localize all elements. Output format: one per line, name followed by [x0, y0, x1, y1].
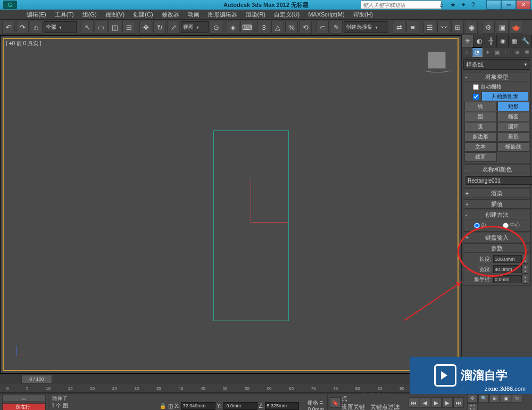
spinner-snap-button[interactable]: ⟲ [299, 21, 312, 34]
width-spinner[interactable]: ▴▾ [522, 265, 528, 274]
tab-modify[interactable]: ◐ [473, 35, 485, 47]
sub-cameras[interactable]: ▣ [493, 47, 503, 57]
length-spinner[interactable]: ▴▾ [522, 255, 528, 264]
goto-start-button[interactable]: ⏮ [409, 397, 419, 408]
rotate-button[interactable]: ↻ [153, 21, 166, 34]
viewport[interactable]: [ +0 前 0 真实 ] [0, 35, 461, 374]
z-input[interactable] [265, 402, 299, 410]
corner-spinner[interactable]: ▴▾ [522, 275, 528, 284]
undo-button[interactable]: ↶ [2, 21, 15, 34]
btn-helix[interactable]: 螺旋线 [497, 142, 530, 152]
btn-ngon[interactable]: 多边形 [464, 132, 497, 142]
layers-button[interactable]: ☰ [423, 21, 436, 34]
rollout-keyboard[interactable]: +键盘输入 [463, 233, 531, 242]
link-button[interactable]: ⎌ [30, 21, 43, 34]
tab-create[interactable]: ✳ [462, 35, 473, 47]
nav-zoom-button[interactable]: 🔍 [478, 394, 489, 403]
close-button[interactable]: ✕ [516, 0, 531, 10]
object-name-input[interactable] [466, 176, 532, 185]
play-button[interactable]: ▶ [431, 397, 442, 408]
x-input[interactable] [181, 402, 215, 410]
menu-edit[interactable]: 编辑(E) [22, 11, 51, 19]
btn-star[interactable]: 星形 [497, 132, 530, 142]
nav-zoomext-button[interactable]: ⊞ [489, 394, 500, 403]
nav-orbit-button[interactable]: ↻ [512, 394, 522, 403]
time-tag-button[interactable]: 🔖 [330, 397, 340, 408]
qa-icon[interactable]: ? [471, 1, 479, 9]
window-crossing-button[interactable]: ⊞ [122, 21, 135, 34]
render-frame-button[interactable]: ▣ [496, 21, 509, 34]
selset-dropdown[interactable]: 创建选择集 [344, 21, 388, 33]
sub-lights[interactable]: ✦ [483, 47, 493, 57]
tab-hierarchy[interactable]: ╬ [485, 35, 497, 47]
keyfilter-button[interactable]: 关键点过滤器... [370, 403, 404, 411]
setkey-button[interactable]: 设置关键点 [342, 403, 370, 411]
sub-shapes[interactable]: ◔ [472, 47, 483, 57]
menu-create[interactable]: 创建(C) [129, 11, 157, 19]
angle-snap-button[interactable]: △ [271, 21, 284, 34]
menu-maxscript[interactable]: MAXScript(M) [304, 11, 348, 18]
prev-frame-button[interactable]: ◀ [420, 397, 430, 408]
radio-edge[interactable] [474, 223, 480, 228]
fav-icon[interactable]: ✦ [461, 1, 468, 9]
btn-arc[interactable]: 弧 [464, 122, 497, 132]
rollout-render[interactable]: +渲染 [463, 188, 531, 198]
next-frame-button[interactable]: ▶ [442, 397, 453, 408]
radio-center[interactable] [503, 223, 509, 228]
btn-section[interactable]: 截面 [464, 152, 497, 162]
rollout-object-type[interactable]: -对象类型 [463, 72, 531, 81]
sub-systems[interactable]: ✱ [522, 47, 532, 57]
sub-spacewarps[interactable]: ≋ [512, 47, 522, 57]
keyboard-button[interactable]: ⌨ [240, 21, 253, 34]
help-icon[interactable]: ★ [450, 1, 458, 9]
maximize-button[interactable]: ▭ [501, 0, 516, 10]
menu-modifier[interactable]: 修改器 [157, 11, 184, 19]
minimize-button[interactable]: — [486, 0, 501, 10]
rollout-name-color[interactable]: -名称和颜色 [463, 165, 531, 174]
refcoord-dropdown[interactable]: 视图 [181, 21, 209, 33]
btn-rectangle[interactable]: 矩形 [497, 102, 530, 111]
select-name-button[interactable]: ▭ [95, 21, 107, 34]
magnet-icon[interactable]: ⊂ [316, 21, 329, 34]
tab-utilities[interactable]: 🔧 [520, 35, 532, 47]
move-button[interactable]: ✥ [139, 21, 152, 34]
startnew-button[interactable]: 开始新图形 [481, 92, 528, 101]
lock-icon[interactable]: 🔒 [160, 403, 166, 409]
rollout-params[interactable]: -参数 [463, 243, 531, 253]
manip-button[interactable]: ◈ [227, 21, 239, 34]
tab-display[interactable]: ▦ [509, 35, 520, 47]
info-icon[interactable]: ⌂ [439, 1, 447, 9]
menu-view[interactable]: 视图(V) [101, 11, 129, 19]
current-line-button[interactable]: 所在行: [2, 403, 46, 410]
width-input[interactable] [493, 265, 522, 273]
material-button[interactable]: ◉ [465, 21, 478, 34]
menu-custom[interactable]: 自定义(U) [270, 11, 304, 19]
autogrid-checkbox[interactable] [473, 84, 479, 90]
sub-helpers[interactable]: □ [502, 47, 512, 57]
menu-render[interactable]: 渲染(R) [242, 11, 270, 19]
rollout-method[interactable]: -创建方法 [463, 210, 531, 219]
corner-input[interactable] [493, 275, 522, 283]
mirror-button[interactable]: ⇄ [393, 21, 405, 34]
pivot-button[interactable]: ⊙ [210, 21, 222, 34]
menu-help[interactable]: 帮助(H) [349, 11, 377, 19]
scale-button[interactable]: ⤢ [167, 21, 180, 34]
menu-graph[interactable]: 图形编辑器 [204, 11, 242, 19]
percent-snap-button[interactable]: % [285, 21, 298, 34]
btn-ellipse[interactable]: 椭圆 [497, 112, 530, 121]
shape-rectangle-red[interactable] [251, 179, 288, 223]
length-input[interactable] [493, 255, 522, 263]
y-input[interactable] [223, 402, 257, 410]
menu-anim[interactable]: 动画 [184, 11, 204, 19]
render-setup-button[interactable]: ⚙ [482, 21, 495, 34]
align-button[interactable]: ≡ [406, 21, 419, 34]
nav-fov-button[interactable]: ▣ [501, 394, 511, 403]
search-input[interactable] [361, 1, 442, 9]
viewcube[interactable] [428, 52, 446, 69]
menu-group[interactable]: 组(G) [78, 11, 101, 19]
render-button[interactable]: 🫖 [510, 21, 522, 34]
layer-dropdown[interactable]: 全部 [44, 21, 77, 33]
nav-maximize-button[interactable]: ⛶ [467, 403, 478, 411]
script-mini-button[interactable]: ▭ [2, 394, 46, 402]
btn-circle[interactable]: 圆 [464, 112, 497, 121]
